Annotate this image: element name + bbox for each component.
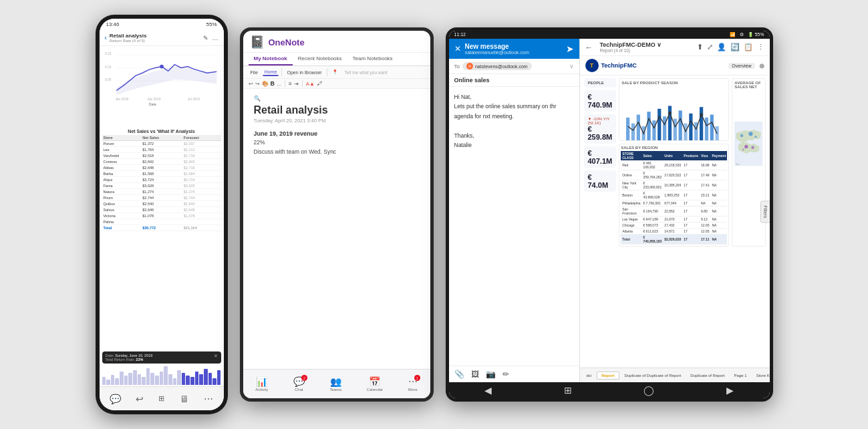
undo-icon[interactable]: ↩: [249, 81, 253, 87]
bookmark-icon[interactable]: ⤢: [707, 43, 713, 51]
bar-line-chart-svg: Jan Apr Jul Oct: [621, 86, 726, 141]
back-icon[interactable]: ‹: [105, 34, 107, 41]
redo-icon[interactable]: ↪: [255, 81, 260, 87]
to-label: To: [454, 63, 460, 69]
col-store: Store: [102, 135, 142, 141]
filters-tab[interactable]: Filters: [760, 200, 770, 223]
report-table-row: Online€ 259,764,26217,620,5221717.49NA: [621, 170, 727, 180]
table-row: Contoso$2,842$2,942: [102, 159, 221, 165]
format-paint-icon[interactable]: 🎨: [262, 81, 269, 87]
email-body[interactable]: Hi Nat, Lets put the online sales summar…: [449, 87, 579, 366]
attach-icon[interactable]: 📎: [454, 370, 464, 379]
report-table-row: Red€ 481 106,93229,218,5201716.99NA: [621, 160, 727, 170]
report-table-row: Las Vegas€ 947,18921,670178.12NA: [621, 217, 727, 223]
email-compose-panel: ✕ New message nataleemanuelle@outlook.co…: [449, 39, 580, 382]
table-row: Quibus$2,540$2,940: [102, 201, 221, 207]
tooltip-close[interactable]: ✕: [214, 353, 218, 359]
report-topbar: ← TechnipFMC-DEMO ∨ Report (4 of 10) ⬆ ⤢…: [580, 39, 770, 56]
wifi-icon: 📶: [730, 32, 736, 37]
draw-icon[interactable]: ✏: [502, 370, 509, 379]
map-svg: Bing: [734, 90, 762, 197]
col-units: Units: [663, 151, 682, 160]
svg-rect-16: [652, 120, 656, 141]
bar: [115, 378, 119, 385]
teams-nav-teams[interactable]: 👥 Teams: [329, 376, 341, 392]
teams-nav-activity[interactable]: 📊 Activity: [255, 376, 268, 392]
camera-icon[interactable]: 📷: [486, 370, 496, 379]
tfmc-header: T TechnipFMC Overview ⊕: [580, 56, 770, 76]
color-icon[interactable]: 🖍: [317, 81, 322, 87]
tab-recent-notebooks[interactable]: Recent Notebooks: [293, 53, 347, 65]
nav-chat[interactable]: 💬: [110, 394, 121, 404]
report-table-row: San Francisco€ 164,79022,952179.80NA: [621, 206, 727, 217]
tfmc-options-icon[interactable]: ⊕: [759, 62, 764, 69]
nav-right-arrow[interactable]: ▶: [726, 385, 734, 396]
highlight-icon[interactable]: A▲: [306, 81, 315, 87]
bar-chart: [100, 365, 224, 386]
format-toolbar: ↩ ↪ 🎨 B … ≡ ⇥ A▲ 🖍: [243, 79, 430, 89]
report-tab-item[interactable]: Duplicate of Report: [686, 372, 728, 379]
battery-left: 55%: [206, 21, 216, 27]
edit-icon[interactable]: ✎: [203, 35, 208, 41]
svg-rect-13: [637, 115, 640, 141]
overview-btn[interactable]: Overview: [728, 63, 754, 69]
product-season-chart: SALE BY PRODUCT SEASON: [619, 78, 729, 141]
activity-icon: 📊: [256, 376, 267, 387]
report-back-btn[interactable]: ←: [585, 43, 593, 52]
bold-btn[interactable]: B: [271, 80, 275, 87]
svg-rect-17: [658, 109, 661, 141]
svg-rect-23: [689, 114, 692, 141]
table-title: Net Sales vs 'What If' Analysis: [102, 128, 221, 135]
teams-icon: 👥: [330, 376, 341, 387]
teams-nav-more[interactable]: ⋯ 1 More: [408, 376, 418, 392]
image-icon[interactable]: 🖼: [471, 370, 479, 379]
more-icon[interactable]: …: [212, 35, 219, 41]
report-tab-item[interactable]: Page 1: [730, 372, 751, 379]
email-send-btn[interactable]: ➤: [566, 43, 574, 54]
expand-to-icon[interactable]: ∨: [569, 63, 574, 69]
comment-icon[interactable]: 📋: [744, 43, 753, 51]
ribbon-home[interactable]: Home: [263, 69, 279, 76]
teams-nav-chat[interactable]: 💬 2 Chat: [293, 376, 305, 392]
email-recipient-chip[interactable]: N natstevens@outlook.com: [462, 62, 532, 70]
teams-nav-calendar[interactable]: 📅 Calendar: [367, 376, 383, 392]
report-tab-item[interactable]: dci: [583, 372, 596, 379]
email-close-btn[interactable]: ✕: [454, 44, 461, 53]
email-toolbar: 📎 🖼 📷 ✏: [449, 366, 579, 382]
col-netsales: Net Sales: [141, 135, 182, 141]
share-icon[interactable]: ⬆: [697, 43, 703, 51]
nav-home-circle[interactable]: ◯: [643, 385, 654, 396]
nav-triple-bar[interactable]: ⊞: [564, 385, 572, 396]
table-row: Abbas$2,648$2,716: [102, 165, 221, 171]
overflow-icon[interactable]: ⋮: [757, 43, 764, 51]
ribbon-tell-me[interactable]: Tell me what you want: [343, 69, 425, 76]
user-icon[interactable]: 👤: [717, 43, 726, 51]
report-table-row: New York City€ 233,060,82110,395,2041717…: [621, 180, 727, 190]
list-icon[interactable]: ≡: [289, 81, 292, 87]
report-tab-item[interactable]: Duplicate of Duplicate of Report: [621, 372, 686, 379]
svg-text:0.05: 0.05: [104, 78, 111, 82]
indent-icon[interactable]: ⇥: [294, 81, 299, 87]
report-table-row: Philadelphia€ 7,706,061677,04417NANA: [621, 200, 727, 206]
more-format-icon[interactable]: …: [277, 82, 281, 86]
nav-left-arrow[interactable]: ◀: [484, 385, 492, 396]
nav-more[interactable]: ⋯: [204, 394, 213, 404]
report-title: TechnipFMC-DEMO ∨: [600, 41, 693, 48]
nav-back[interactable]: ↩: [136, 394, 144, 404]
refresh-icon[interactable]: 🔄: [730, 43, 740, 51]
svg-point-38: [749, 132, 753, 136]
tab-team-notebooks[interactable]: Team Notebooks: [347, 53, 398, 65]
bar: [133, 370, 137, 385]
tab-my-notebook[interactable]: My Notebook: [249, 53, 293, 65]
bar: [160, 372, 164, 385]
tfmc-charts-col: SALE BY PRODUCT SEASON: [619, 78, 729, 247]
rt-bottom-nav: ◀ ⊞ ◯ ▶: [449, 382, 770, 398]
right-time: 11:12: [454, 32, 466, 37]
report-tab-item[interactable]: Store KPI: [752, 372, 770, 379]
ribbon-file[interactable]: File: [249, 69, 260, 76]
report-tab-item[interactable]: Report: [597, 372, 619, 380]
metric-3: € 407.1M: [584, 146, 617, 168]
ribbon-open-browser[interactable]: Open in Browser: [285, 69, 323, 76]
nav-display[interactable]: 🖥: [180, 394, 189, 404]
nav-filter[interactable]: ⊞: [158, 394, 164, 403]
